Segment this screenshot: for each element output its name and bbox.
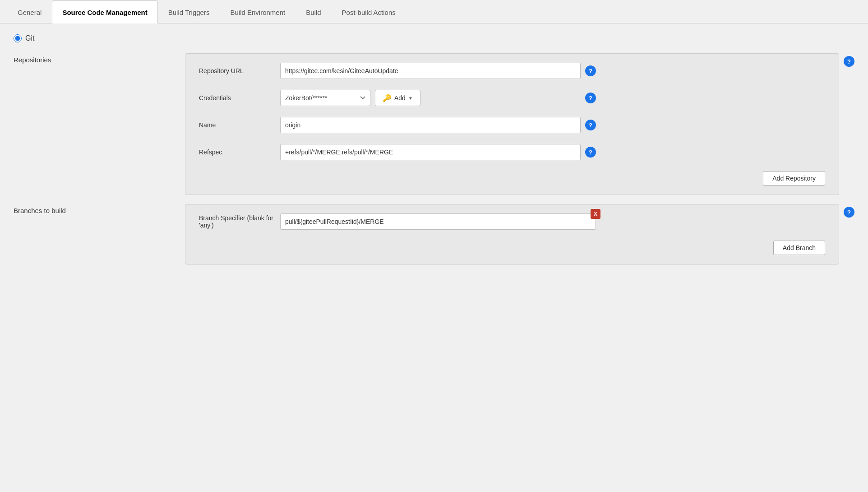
chevron-down-icon: ▼ [408, 96, 413, 101]
git-radio-label: Git [25, 34, 34, 42]
refspec-input[interactable] [280, 144, 581, 160]
branches-label: Branches to build [14, 204, 185, 214]
branch-specifier-input[interactable] [280, 214, 596, 230]
add-branch-button[interactable]: Add Branch [773, 241, 825, 255]
refspec-field: Refspec ? [199, 144, 825, 160]
credentials-select[interactable]: ZokerBot/****** [280, 90, 370, 106]
repository-url-input[interactable] [280, 63, 581, 79]
git-radio-row: Git [14, 32, 854, 44]
credentials-field: Credentials ZokerBot/****** 🔑 Add ▼ [199, 90, 825, 106]
add-branch-btn-row: Add Branch [199, 241, 825, 255]
branch-specifier-label: Branch Specifier (blank for 'any') [199, 214, 280, 229]
tab-build-triggers[interactable]: Build Triggers [158, 0, 220, 23]
key-icon: 🔑 [383, 94, 392, 102]
name-input[interactable] [280, 117, 581, 133]
refspec-label: Refspec [199, 149, 280, 156]
repository-url-help-icon[interactable]: ? [585, 65, 596, 76]
repositories-panel: Repository URL ? Credentials Zok [185, 53, 839, 195]
tab-source-code-management[interactable]: Source Code Management [52, 0, 157, 23]
repository-url-label: Repository URL [199, 67, 280, 74]
add-repository-btn-row: Add Repository [199, 171, 825, 186]
tab-post-build-actions[interactable]: Post-build Actions [332, 0, 406, 23]
tab-build[interactable]: Build [295, 0, 331, 23]
delete-branch-button[interactable]: X [591, 209, 600, 219]
branches-section: Branches to build Branch Specifier (blan… [14, 204, 854, 265]
repositories-help-icon[interactable]: ? [844, 56, 854, 67]
branches-panel: Branch Specifier (blank for 'any') X Add… [185, 204, 839, 265]
add-credentials-button[interactable]: 🔑 Add ▼ [375, 90, 420, 106]
branches-help-icon[interactable]: ? [844, 207, 854, 218]
repository-url-field: Repository URL ? [199, 63, 825, 79]
tab-build-environment[interactable]: Build Environment [220, 0, 295, 23]
name-field: Name ? [199, 117, 825, 133]
tab-general[interactable]: General [7, 0, 52, 23]
refspec-help-icon[interactable]: ? [585, 147, 596, 158]
repositories-label: Repositories [14, 53, 185, 64]
credentials-help-icon[interactable]: ? [585, 93, 596, 103]
main-content: Git Repositories Repository URL ? [0, 23, 868, 283]
tabs-bar: General Source Code Management Build Tri… [0, 0, 868, 23]
git-radio[interactable] [14, 34, 22, 42]
credentials-label: Credentials [199, 94, 280, 102]
add-repository-button[interactable]: Add Repository [763, 171, 825, 186]
name-help-icon[interactable]: ? [585, 120, 596, 130]
name-label: Name [199, 121, 280, 129]
branch-specifier-field: Branch Specifier (blank for 'any') X [199, 214, 825, 230]
repositories-section: Repositories Repository URL ? Credential… [14, 53, 854, 195]
